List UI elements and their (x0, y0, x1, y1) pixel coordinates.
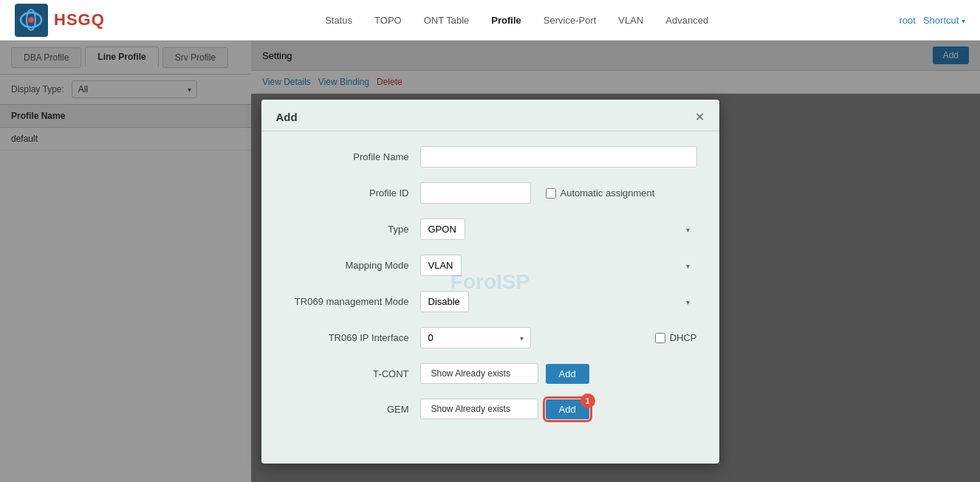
tcont-label: T-CONT (284, 368, 409, 379)
logo-text: HSGQ (54, 10, 105, 30)
type-row: Type GPON ▾ (284, 218, 697, 240)
topnav: HSGQ Status TOPO ONT Table Profile Servi… (0, 0, 980, 41)
gem-row: GEM Show Already exists Add 1 (284, 399, 697, 419)
profile-id-row: Profile ID Automatic assignment (284, 182, 697, 204)
tcont-row: T-CONT Show Already exists Add (284, 363, 697, 384)
tcont-show-already-button[interactable]: Show Already exists (420, 363, 538, 384)
modal-overlay: Add ✕ Profile Name Profile ID Automatic … (0, 41, 980, 482)
mapping-mode-dropdown-icon: ▾ (686, 261, 690, 269)
modal-header: Add ✕ (261, 100, 719, 131)
profile-id-label: Profile ID (284, 187, 409, 199)
modal: Add ✕ Profile Name Profile ID Automatic … (261, 100, 719, 464)
mapping-mode-select[interactable]: VLAN (420, 255, 462, 276)
nav-vlan[interactable]: VLAN (618, 15, 643, 26)
type-select-wrapper: GPON ▾ (420, 218, 697, 240)
nav-topo[interactable]: TOPO (374, 15, 402, 26)
nav-right: root Shortcut ▾ (900, 15, 965, 26)
dhcp-checkbox[interactable] (655, 333, 665, 343)
nav-shortcut[interactable]: Shortcut ▾ (923, 15, 965, 26)
type-dropdown-icon: ▾ (686, 225, 690, 233)
tr069-ip-label: TR069 IP Interface (284, 332, 409, 343)
profile-name-label: Profile Name (284, 151, 409, 162)
modal-title: Add (276, 111, 298, 123)
mapping-mode-select-wrapper: VLAN ▾ (420, 255, 697, 276)
tcont-add-button[interactable]: Add (546, 364, 589, 384)
automatic-assignment-label[interactable]: Automatic assignment (546, 187, 655, 199)
nav-status[interactable]: Status (325, 15, 352, 26)
tr069-mgmt-select-wrapper: Disable ▾ (420, 291, 697, 312)
type-select[interactable]: GPON (420, 218, 465, 240)
gem-add-badge: 1 (580, 393, 595, 408)
tr069-mgmt-label: TR069 management Mode (284, 296, 409, 307)
logo-icon (15, 4, 48, 37)
automatic-assignment-checkbox[interactable] (546, 188, 556, 199)
nav-user: root (900, 15, 916, 26)
nav-advanced[interactable]: Advanced (665, 15, 708, 26)
mapping-mode-row: Mapping Mode VLAN ▾ (284, 255, 697, 276)
type-label: Type (284, 224, 409, 235)
modal-body: Profile Name Profile ID Automatic assign… (261, 131, 719, 449)
nav-profile[interactable]: Profile (491, 15, 521, 26)
profile-name-input[interactable] (420, 146, 697, 168)
gem-show-already-button[interactable]: Show Already exists (420, 399, 538, 419)
gem-label: GEM (284, 404, 409, 415)
tr069-ip-row: TR069 IP Interface 0 ▾ DHCP (284, 327, 697, 348)
logo: HSGQ (15, 4, 105, 37)
tr069-mgmt-select[interactable]: Disable (420, 291, 469, 312)
main-area: DBA Profile Line Profile Srv Profile Dis… (0, 41, 980, 482)
profile-name-row: Profile Name (284, 146, 697, 168)
modal-close-button[interactable]: ✕ (695, 111, 705, 123)
gem-add-button-wrapper: Add 1 (538, 399, 589, 419)
tr069-mgmt-row: TR069 management Mode Disable ▾ (284, 291, 697, 312)
nav-links: Status TOPO ONT Table Profile Service-Po… (134, 15, 900, 26)
nav-service-port[interactable]: Service-Port (544, 15, 597, 26)
mapping-mode-label: Mapping Mode (284, 260, 409, 271)
profile-id-input[interactable] (420, 182, 531, 204)
shortcut-dropdown-icon: ▾ (962, 17, 965, 25)
tr069-ip-select-wrapper: 0 ▾ (420, 327, 531, 348)
tr069-mgmt-dropdown-icon: ▾ (686, 297, 690, 306)
tr069-ip-select[interactable]: 0 (420, 327, 531, 348)
dhcp-label[interactable]: DHCP (655, 332, 697, 343)
svg-point-3 (28, 17, 34, 23)
nav-ont-table[interactable]: ONT Table (424, 15, 470, 26)
